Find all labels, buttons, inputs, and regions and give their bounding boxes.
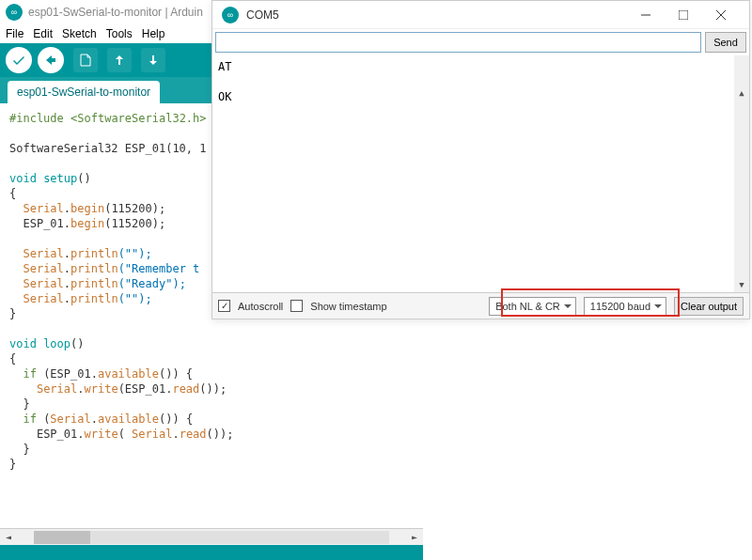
timestamp-checkbox[interactable]	[290, 300, 303, 312]
menu-sketch[interactable]: Sketch	[62, 27, 97, 40]
verify-button[interactable]	[6, 47, 32, 73]
close-button[interactable]	[702, 3, 740, 27]
open-button[interactable]	[107, 48, 132, 72]
scroll-down-icon[interactable]: ▼	[734, 277, 749, 292]
autoscroll-label: Autoscroll	[238, 301, 283, 312]
horizontal-scrollbar[interactable]: ◄ ►	[0, 528, 423, 545]
serial-titlebar: ∞ COM5	[212, 1, 749, 29]
tab-sketch[interactable]: esp01-SwSerial-to-monitor	[8, 81, 160, 103]
line-ending-select[interactable]: Both NL & CR	[489, 297, 576, 316]
vertical-scrollbar[interactable]: ▲ ▼	[734, 55, 749, 292]
arduino-logo-icon: ∞	[6, 4, 23, 21]
baud-select[interactable]: 115200 baud	[584, 297, 666, 316]
arduino-logo-icon: ∞	[222, 7, 239, 23]
menu-file[interactable]: File	[6, 27, 24, 40]
menu-edit[interactable]: Edit	[33, 27, 53, 40]
menu-tools[interactable]: Tools	[106, 27, 133, 40]
timestamp-label: Show timestamp	[310, 301, 386, 312]
scroll-right-icon[interactable]: ►	[406, 530, 423, 545]
serial-bottom-bar: Autoscroll Show timestamp Both NL & CR 1…	[212, 292, 749, 319]
maximize-button[interactable]	[665, 3, 702, 27]
serial-input[interactable]	[215, 32, 701, 53]
menu-help[interactable]: Help	[142, 27, 165, 40]
save-button[interactable]	[141, 48, 165, 72]
ide-title: esp01-SwSerial-to-monitor | Arduin	[28, 6, 203, 19]
autoscroll-checkbox[interactable]	[218, 300, 230, 312]
serial-title: COM5	[246, 8, 627, 22]
scroll-up-icon[interactable]: ▲	[734, 86, 749, 101]
send-bar: Send	[212, 29, 749, 55]
minimize-button[interactable]	[627, 3, 665, 27]
clear-output-button[interactable]: Clear output	[674, 297, 744, 316]
send-button[interactable]: Send	[705, 32, 746, 53]
scroll-left-icon[interactable]: ◄	[0, 530, 17, 545]
new-button[interactable]	[73, 48, 98, 72]
upload-button[interactable]	[38, 47, 64, 73]
serial-monitor-window: ∞ COM5 Send AT OK ▲ ▼ Autoscroll Show ti…	[212, 0, 750, 319]
statusbar	[0, 545, 423, 560]
serial-output[interactable]: AT OK ▲ ▼	[212, 55, 749, 292]
